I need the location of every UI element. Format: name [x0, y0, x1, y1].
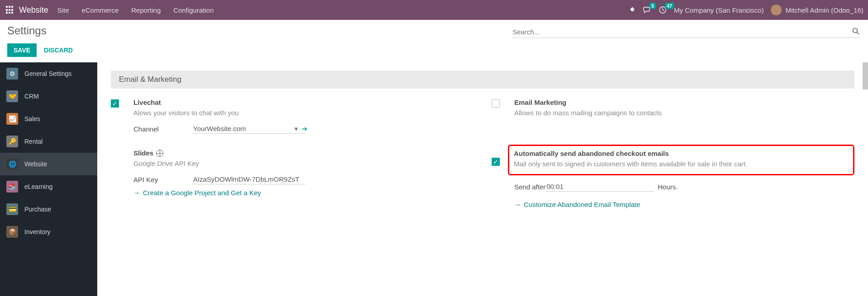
- activities-badge: 47: [665, 3, 674, 9]
- livechat-desc: Alows your visitors to chat with you: [133, 108, 474, 117]
- sidebar-label: eLearning: [24, 183, 52, 190]
- sidebar-item-general[interactable]: ⚙General Settings: [0, 62, 97, 85]
- sidebar-label: Purchase: [24, 206, 51, 213]
- discard-button[interactable]: DISCARD: [41, 43, 76, 57]
- top-menu: Site eCommerce Reporting Configuration: [57, 6, 214, 14]
- abandoned-checkbox[interactable]: ✓: [492, 158, 500, 166]
- apps-menu-icon[interactable]: [5, 5, 15, 15]
- external-link-icon[interactable]: ➔: [302, 125, 308, 133]
- control-bar: Settings SAVE DISCARD: [0, 20, 868, 62]
- menu-configuration[interactable]: Configuration: [173, 6, 213, 14]
- arrow-right-icon: →: [133, 189, 140, 197]
- chevron-down-icon[interactable]: ▾: [294, 125, 298, 133]
- channel-label: Channel: [133, 125, 192, 133]
- sidebar-item-crm[interactable]: 🤝CRM: [0, 85, 97, 108]
- menu-ecommerce[interactable]: eCommerce: [82, 6, 119, 14]
- email-marketing-title: Email Marketing: [514, 99, 854, 106]
- livechat-checkbox[interactable]: ✓: [111, 99, 119, 108]
- chat-badge: 5: [650, 3, 656, 9]
- settings-content: Email & Marketing ✓ Livechat Alows your …: [97, 62, 868, 296]
- create-google-project-link[interactable]: → Create a Google Project and Get a Key: [133, 189, 261, 197]
- save-button[interactable]: SAVE: [7, 43, 37, 57]
- sidebar-item-rental[interactable]: 🔑Rental: [0, 130, 97, 153]
- activities-icon[interactable]: 47: [659, 6, 667, 14]
- settings-sidebar: ⚙General Settings 🤝CRM 📈Sales 🔑Rental 🌐W…: [0, 62, 97, 296]
- debug-icon[interactable]: [629, 6, 636, 14]
- gear-icon: ⚙: [6, 68, 18, 80]
- sidebar-label: Rental: [24, 138, 43, 145]
- send-after-label: Send after: [514, 183, 545, 191]
- search-input[interactable]: [512, 26, 861, 38]
- company-switcher[interactable]: My Company (San Francisco): [674, 6, 764, 14]
- sidebar-item-purchase[interactable]: 💳Purchase: [0, 198, 97, 221]
- svg-point-5: [853, 28, 858, 33]
- handshake-icon: 🤝: [6, 90, 18, 102]
- user-menu[interactable]: Mitchell Admin (Odoo_16): [771, 5, 863, 15]
- user-name: Mitchell Admin (Odoo_16): [785, 6, 863, 14]
- slides-title: Slides: [133, 149, 474, 157]
- menu-reporting[interactable]: Reporting: [131, 6, 161, 14]
- sidebar-item-inventory[interactable]: 📦Inventory: [0, 221, 97, 243]
- app-brand: Website: [19, 5, 48, 15]
- globe-icon: 🌐: [6, 158, 18, 170]
- email-marketing-desc: Allows to do mass mailing campaigns to c…: [514, 108, 854, 117]
- send-after-input[interactable]: [545, 182, 654, 192]
- sidebar-item-sales[interactable]: 📈Sales: [0, 108, 97, 130]
- arrow-right-icon: →: [514, 201, 521, 208]
- sidebar-label: Website: [24, 160, 47, 168]
- box-icon: 📦: [6, 226, 18, 238]
- search-icon[interactable]: [852, 27, 860, 35]
- sidebar-item-website[interactable]: 🌐Website: [0, 153, 97, 175]
- section-heading: Email & Marketing: [111, 70, 854, 89]
- sidebar-label: Inventory: [24, 228, 51, 235]
- scrollbar-thumb[interactable]: [863, 62, 868, 89]
- slides-desc: Google Drive API Key: [133, 159, 474, 168]
- sidebar-label: General Settings: [24, 70, 71, 77]
- apikey-input[interactable]: [192, 174, 305, 184]
- top-nav: Website Site eCommerce Reporting Configu…: [0, 0, 868, 20]
- abandoned-title: Automatically send abandoned checkout em…: [514, 150, 849, 157]
- hours-label: Hours.: [658, 183, 678, 191]
- book-icon: 📚: [6, 181, 18, 193]
- svg-line-6: [857, 33, 859, 35]
- page-title: Settings: [7, 24, 76, 37]
- email-marketing-checkbox[interactable]: [492, 99, 500, 108]
- chat-icon[interactable]: 5: [643, 6, 651, 14]
- apikey-label: API Key: [133, 176, 192, 183]
- avatar: [771, 5, 782, 15]
- sidebar-item-elearning[interactable]: 📚eLearning: [0, 175, 97, 198]
- highlight-box: Automatically send abandoned checkout em…: [508, 145, 854, 175]
- globe-icon: [156, 150, 163, 157]
- customize-template-link[interactable]: → Customize Abandoned Email Template: [514, 201, 640, 208]
- livechat-title: Livechat: [133, 99, 474, 106]
- card-icon: 💳: [6, 203, 18, 215]
- menu-site[interactable]: Site: [57, 6, 69, 14]
- channel-input[interactable]: [192, 124, 305, 134]
- abandoned-desc: Mail only sent to signed in customers wi…: [514, 159, 849, 169]
- sidebar-label: CRM: [24, 93, 39, 100]
- sidebar-label: Sales: [24, 115, 40, 122]
- chart-icon: 📈: [6, 113, 18, 125]
- key-icon: 🔑: [6, 136, 18, 147]
